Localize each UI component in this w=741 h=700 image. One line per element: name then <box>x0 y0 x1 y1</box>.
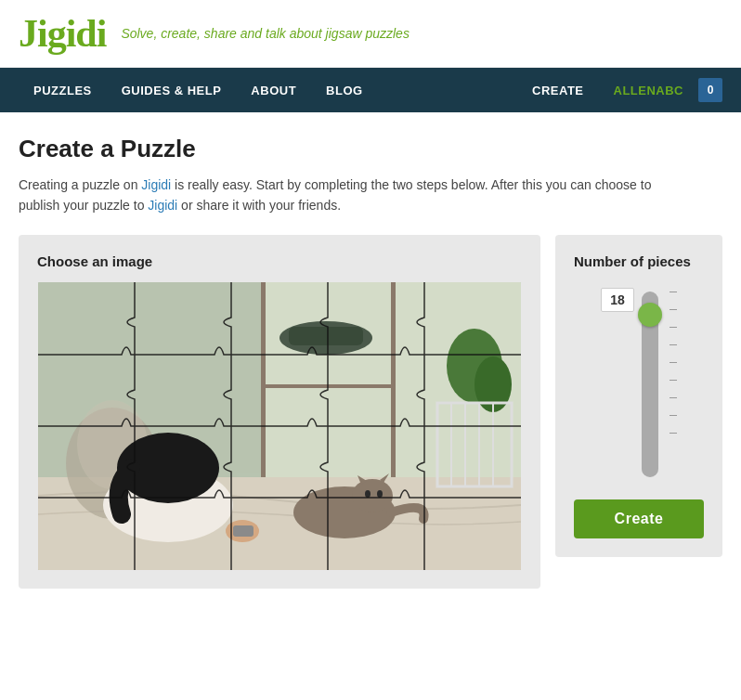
nav-puzzles[interactable]: PUZZLES <box>19 68 107 112</box>
panels: Choose an image <box>19 235 722 589</box>
pieces-label: Number of pieces <box>574 253 691 269</box>
svg-point-18 <box>365 490 370 498</box>
nav-about[interactable]: ABOUT <box>236 68 311 112</box>
nav-username[interactable]: ALLENABC <box>599 84 699 97</box>
slider-tick-2 <box>670 309 677 310</box>
nav-bar: PUZZLES GUIDES & HELP ABOUT BLOG CREATE … <box>0 68 741 112</box>
svg-point-17 <box>352 479 393 512</box>
site-tagline: Solve, create, share and talk about jigs… <box>121 26 410 41</box>
nav-badge: 0 <box>698 78 722 102</box>
svg-rect-15 <box>233 525 254 537</box>
slider-tick-3 <box>670 327 677 328</box>
page-title: Create a Puzzle <box>19 135 722 163</box>
main-content: Create a Puzzle Creating a puzzle on Jig… <box>0 112 741 611</box>
svg-rect-6 <box>289 327 363 345</box>
slider-thumb[interactable] <box>638 303 662 327</box>
puzzle-image-container[interactable] <box>37 282 522 570</box>
nav-blog[interactable]: BLOG <box>311 68 378 112</box>
nav-create[interactable]: CREATE <box>517 84 598 97</box>
slider-track[interactable] <box>642 292 658 477</box>
panel-right: Number of pieces 18 <box>555 235 722 557</box>
page-description: Creating a puzzle on Jigidi is really ea… <box>19 175 669 216</box>
slider-track-wrapper <box>642 288 658 477</box>
site-header: Jigidi Solve, create, share and talk abo… <box>0 0 741 68</box>
create-button[interactable]: Create <box>574 499 704 538</box>
slider-ticks <box>670 292 677 450</box>
slider-tick-1 <box>670 292 677 292</box>
slider-container: 18 <box>574 288 704 477</box>
jigidi-link-1[interactable]: Jigidi <box>141 177 171 192</box>
pieces-value: 18 <box>601 288 634 312</box>
slider-row: 18 <box>601 288 677 477</box>
slider-tick-9 <box>670 433 677 434</box>
slider-tick-8 <box>670 415 677 416</box>
nav-guides[interactable]: GUIDES & HELP <box>107 68 237 112</box>
slider-tick-6 <box>670 380 677 381</box>
choose-image-label: Choose an image <box>37 253 522 269</box>
slider-tick-5 <box>670 362 677 363</box>
slider-tick-7 <box>670 397 677 398</box>
jigidi-link-2[interactable]: Jigidi <box>148 198 177 213</box>
site-logo[interactable]: Jigidi <box>19 11 106 56</box>
slider-tick-4 <box>670 344 677 345</box>
panel-left: Choose an image <box>19 235 540 589</box>
puzzle-image <box>37 282 522 570</box>
svg-point-19 <box>377 490 383 498</box>
